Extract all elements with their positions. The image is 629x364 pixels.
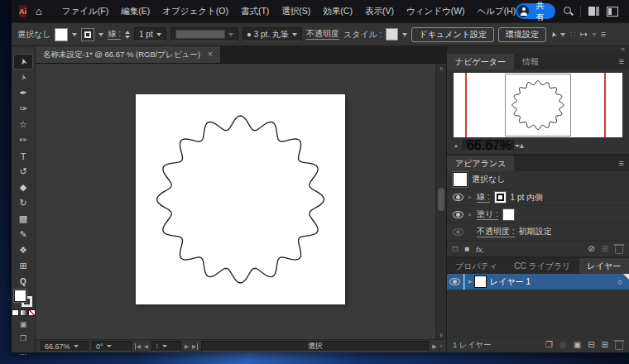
tab-navigator[interactable]: ナビゲーター bbox=[447, 54, 514, 69]
panel-menu-icon[interactable]: ≡ bbox=[619, 54, 629, 69]
zoom-in-icon[interactable]: ▲ bbox=[518, 141, 526, 150]
expand-icon[interactable]: > bbox=[468, 194, 473, 201]
artboard[interactable] bbox=[136, 94, 345, 304]
first-artboard-icon[interactable]: ◀ bbox=[135, 343, 141, 350]
visibility-icon[interactable] bbox=[453, 194, 463, 201]
menu-item[interactable]: 書式(T) bbox=[241, 6, 269, 17]
eraser-tool[interactable]: ◆ bbox=[13, 180, 33, 195]
app-icon[interactable]: Ai bbox=[19, 5, 26, 17]
style-swatch[interactable] bbox=[386, 28, 398, 41]
collapse-panels-icon[interactable]: » bbox=[447, 46, 629, 54]
scroll-up-icon[interactable]: ∧ bbox=[439, 64, 443, 73]
stroke-swatch[interactable] bbox=[494, 191, 507, 204]
stroke-dropdown-icon[interactable] bbox=[98, 33, 103, 36]
collect-for-export-icon[interactable]: ❐ bbox=[545, 341, 553, 349]
menu-item[interactable]: ヘルプ(H) bbox=[478, 6, 516, 17]
fill-color-swatch[interactable] bbox=[55, 28, 68, 41]
stroke-attribute-label[interactable]: 線 : bbox=[477, 192, 490, 203]
menu-item[interactable]: ウィンドウ(W) bbox=[406, 6, 465, 17]
zoom-out-icon[interactable]: ▲ bbox=[454, 143, 459, 148]
layers-list-empty-area[interactable] bbox=[447, 290, 629, 337]
layer-expand-icon[interactable]: > bbox=[468, 278, 473, 285]
zoom-level-select[interactable]: 66.67% bbox=[41, 341, 89, 352]
tab-properties[interactable]: プロパティ bbox=[447, 258, 506, 274]
zoom-tool[interactable]: Q bbox=[13, 274, 33, 290]
new-fill-icon[interactable]: ■ bbox=[464, 245, 469, 253]
fill-dropdown-icon[interactable] bbox=[72, 33, 77, 36]
menu-item[interactable]: オブジェクト(O) bbox=[162, 6, 228, 17]
layer-visibility-icon[interactable] bbox=[449, 278, 460, 285]
minimize-button[interactable]: – bbox=[626, 0, 629, 22]
scalloped-circle-shape[interactable] bbox=[136, 94, 345, 304]
more-tools-icon[interactable]: … bbox=[13, 347, 33, 358]
new-stroke-icon[interactable]: □ bbox=[453, 245, 458, 253]
artboard-number-select[interactable]: 1 bbox=[151, 341, 181, 352]
layer-thumbnail[interactable] bbox=[474, 275, 487, 288]
rotation-select[interactable]: 0° bbox=[92, 341, 132, 352]
navigator-zoom-select[interactable]: 66.67% bbox=[463, 140, 514, 151]
clear-appearance-icon[interactable]: ⊘ bbox=[588, 245, 594, 253]
menu-item[interactable]: 編集(E) bbox=[121, 6, 150, 17]
direct-selection-tool[interactable]: ➢ bbox=[13, 69, 33, 85]
screen-mode-icon[interactable]: ❐ bbox=[13, 333, 33, 344]
search-icon[interactable] bbox=[563, 6, 573, 17]
artboard-tool[interactable]: ⊞ bbox=[13, 258, 33, 274]
color-button[interactable] bbox=[12, 309, 19, 316]
draw-mode-icon[interactable]: ▣ bbox=[13, 318, 33, 330]
tab-close-icon[interactable]: × bbox=[208, 50, 213, 59]
pen-tool[interactable]: ✒ bbox=[13, 85, 33, 101]
scrollbar-thumb[interactable] bbox=[438, 188, 444, 211]
vertical-scrollbar[interactable]: ∧ ∨ bbox=[435, 64, 446, 339]
workspace-switcher-icon[interactable] bbox=[588, 7, 599, 16]
appearance-fill-row[interactable]: > 塗り : bbox=[447, 206, 629, 223]
next-artboard-icon[interactable]: ▶ bbox=[185, 343, 189, 350]
paintbrush-tool[interactable]: ✏ bbox=[13, 132, 33, 148]
scroll-down-icon[interactable]: ∨ bbox=[439, 330, 443, 339]
stroke-weight-dropdown-icon[interactable] bbox=[156, 33, 161, 36]
share-button[interactable]: 共有 bbox=[516, 3, 555, 19]
star-tool[interactable]: ☆ bbox=[13, 117, 33, 132]
eyedropper-tool[interactable]: ✎ bbox=[13, 227, 33, 242]
navigator-preview[interactable] bbox=[454, 73, 622, 137]
rotate-view-tool[interactable]: ↻ bbox=[13, 195, 33, 211]
distribute-icon[interactable]: ↦ bbox=[579, 30, 587, 39]
tab-info[interactable]: 情報 bbox=[514, 54, 547, 69]
menu-item[interactable]: 効果(C) bbox=[323, 6, 353, 17]
new-sublayer-icon[interactable]: ⊟ bbox=[588, 341, 594, 349]
options-list-icon[interactable]: ≡ bbox=[601, 30, 606, 39]
add-effect-icon[interactable]: fx. bbox=[476, 245, 484, 254]
menu-item[interactable]: 選択(S) bbox=[281, 6, 310, 17]
opacity-label[interactable]: 不透明度 bbox=[306, 29, 339, 40]
status-expand-icon[interactable]: ▶ bbox=[432, 343, 436, 350]
style-dropdown-icon[interactable] bbox=[402, 33, 407, 36]
stroke-color-swatch[interactable] bbox=[81, 28, 94, 41]
new-layer-icon[interactable]: ⊞ bbox=[602, 341, 608, 349]
fill-swatch[interactable] bbox=[502, 208, 515, 221]
fill-color-box[interactable] bbox=[14, 290, 26, 302]
toolbar-grip[interactable]: ⋯ bbox=[20, 47, 26, 54]
stroke-label[interactable]: 線 : bbox=[108, 29, 121, 40]
type-tool[interactable]: T bbox=[13, 148, 33, 164]
select-similar-dropdown-icon[interactable] bbox=[560, 33, 565, 36]
appearance-opacity-row[interactable]: 不透明度 : 初期設定 bbox=[447, 223, 629, 241]
tab-layers[interactable]: レイヤー bbox=[579, 258, 629, 274]
make-clipping-mask-icon[interactable]: ▣ bbox=[574, 341, 581, 349]
layer-target-icon[interactable]: ○ bbox=[618, 278, 622, 286]
hscroll-left-icon[interactable]: ‹ bbox=[440, 343, 442, 349]
last-artboard-icon[interactable]: ▶ bbox=[192, 343, 198, 350]
curvature-tool[interactable]: ✑ bbox=[13, 101, 33, 117]
selection-tool[interactable]: ➤ bbox=[13, 54, 33, 69]
document-tab[interactable]: 名称未設定-1* @ 66.67 % (RGB/プレビュー) × bbox=[36, 46, 220, 63]
visibility-icon[interactable] bbox=[453, 211, 463, 218]
panel-menu-icon[interactable]: ≡ bbox=[619, 156, 629, 171]
layer-name[interactable]: レイヤー 1 bbox=[490, 276, 531, 288]
expand-icon[interactable]: > bbox=[468, 211, 473, 218]
brush-definition-dropdown[interactable]: 3 pt. 丸筆 bbox=[242, 27, 302, 41]
tab-appearance[interactable]: アピアランス bbox=[447, 156, 514, 171]
fill-stroke-indicator[interactable] bbox=[14, 290, 32, 307]
none-button[interactable] bbox=[28, 309, 36, 316]
document-setup-button[interactable]: ドキュメント設定 bbox=[411, 27, 493, 42]
blend-tool[interactable]: ❖ bbox=[13, 242, 33, 258]
fill-attribute-label[interactable]: 塗り : bbox=[477, 209, 498, 220]
gradient-tool[interactable]: ▩ bbox=[13, 211, 33, 227]
